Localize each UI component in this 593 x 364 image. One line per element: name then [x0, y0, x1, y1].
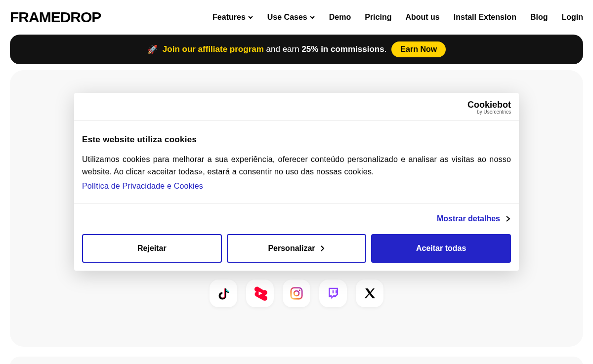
cookie-title: Este website utiliza cookies: [82, 135, 511, 145]
show-details-button[interactable]: Mostrar detalhes: [437, 214, 511, 223]
svg-point-1: [294, 291, 299, 296]
logo[interactable]: FRAMEDROP: [10, 9, 101, 26]
chevron-down-icon: [309, 14, 315, 20]
chevron-right-icon: [320, 245, 325, 251]
svg-point-2: [299, 289, 300, 291]
cookiebot-byline: by Usercentrics: [467, 109, 511, 115]
customize-button[interactable]: Personalizar: [227, 234, 367, 263]
modal-header: Cookiebot by Usercentrics: [74, 93, 519, 121]
nav-features[interactable]: Features: [212, 13, 254, 22]
chevron-right-icon: [505, 215, 511, 222]
banner-dot: .: [384, 44, 387, 54]
modal-actions: Rejeitar Personalizar Aceitar todas: [74, 234, 519, 271]
cookiebot-brand: Cookiebot: [467, 100, 511, 110]
nav-login[interactable]: Login: [561, 13, 583, 22]
modal-details-row: Mostrar detalhes: [74, 203, 519, 234]
site-header: FRAMEDROP Features Use Cases Demo Pricin…: [0, 0, 593, 35]
nav-demo[interactable]: Demo: [329, 13, 351, 22]
main-nav: Features Use Cases Demo Pricing About us…: [212, 13, 583, 22]
customize-label: Personalizar: [268, 244, 315, 253]
x-twitter-icon[interactable]: [356, 280, 383, 307]
privacy-policy-link[interactable]: Política de Privacidade e Cookies: [82, 180, 203, 193]
nav-pricing[interactable]: Pricing: [365, 13, 391, 22]
cookie-consent-modal: Cookiebot by Usercentrics Este website u…: [74, 93, 519, 271]
social-row: [210, 280, 383, 307]
rocket-icon: 🚀: [147, 44, 158, 55]
chevron-down-icon: [248, 14, 254, 20]
instagram-icon[interactable]: [283, 280, 310, 307]
nav-install[interactable]: Install Extension: [454, 13, 516, 22]
twitch-icon[interactable]: [319, 280, 347, 307]
nav-blog[interactable]: Blog: [530, 13, 548, 22]
next-section-peek: [10, 357, 583, 364]
cookiebot-logo[interactable]: Cookiebot by Usercentrics: [467, 100, 511, 115]
cookie-body-text: Utilizamos cookies para melhorar a sua e…: [82, 155, 511, 176]
youtube-shorts-icon[interactable]: [246, 280, 274, 307]
accept-all-button[interactable]: Aceitar todas: [371, 234, 511, 263]
show-details-label: Mostrar detalhes: [437, 214, 500, 223]
nav-features-label: Features: [212, 13, 246, 22]
modal-body: Este website utiliza cookies Utilizamos …: [74, 121, 519, 203]
nav-usecases[interactable]: Use Cases: [267, 13, 315, 22]
tiktok-icon[interactable]: [210, 280, 237, 307]
earn-now-button[interactable]: Earn Now: [391, 41, 446, 57]
reject-button[interactable]: Rejeitar: [82, 234, 222, 263]
nav-usecases-label: Use Cases: [267, 13, 307, 22]
nav-about[interactable]: About us: [405, 13, 439, 22]
banner-commission: 25% in commissions: [301, 44, 384, 54]
affiliate-link[interactable]: Join our affiliate program: [163, 44, 264, 54]
affiliate-banner: 🚀 Join our affiliate program and earn 25…: [10, 35, 583, 64]
banner-text-mid: and earn: [264, 44, 302, 54]
svg-rect-0: [291, 288, 302, 299]
hero-section: Cookiebot by Usercentrics Este website u…: [10, 70, 583, 347]
